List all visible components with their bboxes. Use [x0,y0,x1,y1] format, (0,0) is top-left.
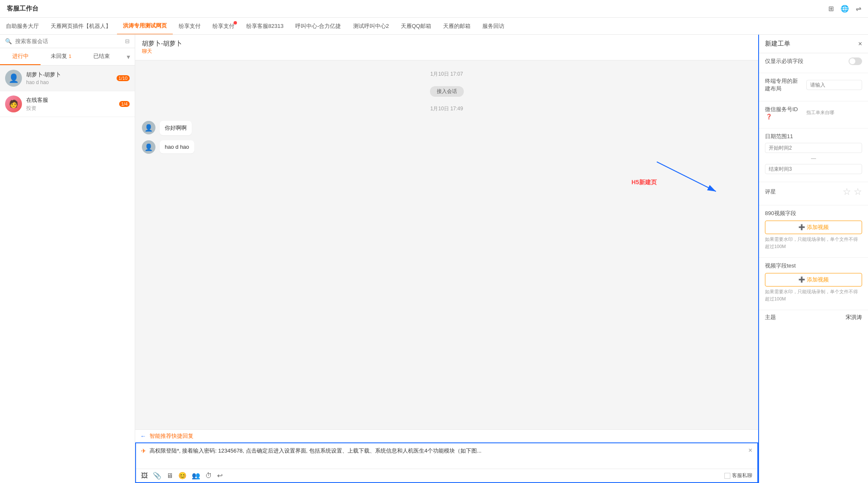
input-close-icon[interactable]: × [748,447,752,454]
conv-info: 胡萝卜-胡萝卜 hao d hao [26,71,112,85]
msg-date: 1月10日 17:49 [142,105,751,112]
screen-icon[interactable]: 🖥 [166,472,173,480]
video-hint-2: 如果需要水印，只能现场录制，单个文件不得超过100M [765,288,862,302]
conv-info: 在线客服 投资 [26,96,115,112]
rating-row: 评星 ☆ ☆ [765,186,862,197]
sidebar: 🔍 ⊟ 进行中 未回复 1 已结束 ▾ 👤 胡萝卜-胡萝卜 hao d hao … [0,35,135,483]
attachment-icon[interactable]: 📎 [153,472,161,480]
msg-system: 接入会话 [142,86,751,97]
right-panel-title: 新建工单 [765,40,790,48]
tab-ongoing[interactable]: 进行中 [0,48,41,65]
image-icon[interactable]: 🖼 [141,472,148,480]
terminal-label: 终端专用的新建布局 [765,77,803,93]
conv-tabs: 进行中 未回复 1 已结束 ▾ [0,48,135,65]
date-range: — [765,143,862,174]
input-text[interactable]: 高权限登陆*, 接着输入密码: 12345678, 点击确定后进入设置界面, 包… [150,447,745,455]
arrow-svg [644,153,729,204]
show-required-row: 仅显示必填字段 [765,57,862,65]
video-section-2: ➕ 添加视频 如果需要水印，只能现场录制，单个文件不得超过100M [765,273,862,302]
video-890-section: 890视频字段 ➕ 添加视频 如果需要水印，只能现场录制，单个文件不得超过100… [759,205,868,258]
chat-title: 胡萝卜-胡萝卜 [142,40,751,48]
filter-icon[interactable]: ⊟ [125,38,130,44]
globe-icon[interactable]: 🌐 [841,5,849,13]
msg-date: 1月10日 17:07 [142,71,751,78]
date-range-label: 日期范围11 [765,133,862,140]
theme-row: 主题 宋洪涛 [759,310,868,325]
tab-survey[interactable]: 服务回访 [476,18,510,35]
date-sep: — [765,156,862,161]
msg-bubble: 你好啊啊 [160,121,192,135]
emoji-icon[interactable]: 😊 [178,472,187,480]
required-toggle[interactable] [849,57,862,65]
private-label: 客服私聊 [724,472,752,479]
date-section: 日期范围11 — [759,128,868,182]
star-2-icon[interactable]: ☆ [854,186,862,197]
top-bar: 客服工作台 ⊞ 🌐 ⇌ [0,0,868,18]
conv-sub: hao d hao [26,79,112,85]
private-checkbox[interactable] [724,473,730,479]
list-item[interactable]: 👤 胡萝卜-胡萝卜 hao d hao 1/10 [0,65,135,91]
avatar: 👤 [142,121,155,134]
msg-row: 👤 hao d hao [142,140,751,154]
conv-name: 在线客服 [26,96,115,104]
chat-toolbar: 🖼 📎 🖥 😊 👥 ⏱ ↩ 客服私聊 [136,469,757,482]
video-section: ➕ 添加视频 如果需要水印，只能现场录制，单个文件不得超过100M [765,221,862,250]
video-hint: 如果需要水印，只能现场录制，单个文件不得超过100M [765,236,862,250]
chat-header: 胡萝卜-胡萝卜 聊天 [135,35,758,60]
grid-icon[interactable]: ⊞ [828,5,834,13]
video-890-label: 890视频字段 [765,210,862,217]
show-required-section: 仅显示必填字段 [759,53,868,73]
chat-area: 胡萝卜-胡萝卜 聊天 1月10日 17:07 接入会话 1月10日 17:49 … [135,35,758,483]
reply-icon[interactable]: ↩ [217,472,223,480]
conv-list: 👤 胡萝卜-胡萝卜 hao d hao 1/10 🧑 在线客服 投资 1/4 [0,65,135,483]
nav-tabs: 自助服务大厅 天雁网页插件【机器人】 洪涛专用测试网页 纷享支付 纷享支付 纷享… [0,18,868,35]
wechat-label: 微信服务号ID ❓ [765,106,803,120]
tab-fxkf[interactable]: 纷享客服82313 [240,18,289,35]
add-video-button[interactable]: ➕ 添加视频 [765,221,862,234]
conv-badge: 1/10 [117,75,130,81]
tab-more[interactable]: ▾ [122,48,135,65]
conv-sub: 投资 [26,105,115,112]
tab-testcall[interactable]: 测试呼叫中心2 [347,18,395,35]
chat-messages: 1月10日 17:07 接入会话 1月10日 17:49 👤 你好啊啊 👤 ha… [135,60,758,429]
send-icon: ✈ [141,448,146,454]
tab-fxzf[interactable]: 纷享支付 [173,18,207,35]
tab-ended[interactable]: 已结束 [82,48,122,65]
tab-callcenter[interactable]: 呼叫中心-合力亿捷 [289,18,347,35]
app-title: 客服工作台 [7,5,828,13]
theme-label: 主题 [765,314,776,321]
msg-bubble: hao d hao [160,140,194,153]
terminal-input[interactable] [806,80,862,90]
right-panel: 新建工单 × 仅显示必填字段 终端专用的新建布局 微信服务号ID ❓ [758,35,868,483]
smart-reply-text: 智能推荐快捷回复 [150,432,193,440]
show-required-label: 仅显示必填字段 [765,57,803,65]
user-icon[interactable]: 👥 [192,472,200,480]
conv-badge: 1/4 [119,101,130,107]
tab-hongtao[interactable]: 洪涛专用测试网页 [117,18,173,35]
date-start-input[interactable] [765,143,862,153]
theme-value: 宋洪涛 [846,314,862,321]
tab-mail[interactable]: 天雁的邮箱 [437,18,476,35]
star-1-icon[interactable]: ☆ [843,186,851,197]
search-input[interactable] [15,38,122,44]
tab-unreplied[interactable]: 未回复 1 [41,48,81,65]
date-end-input[interactable] [765,164,862,174]
wechat-section: 微信服务号ID ❓ 指工单来自哪 [759,101,868,128]
add-video-2-button[interactable]: ➕ 添加视频 [765,273,862,287]
right-panel-close-icon[interactable]: × [858,40,862,48]
switch-icon[interactable]: ⇌ [856,5,861,13]
tab-qqmail[interactable]: 天雁QQ邮箱 [395,18,437,35]
tab-robot[interactable]: 天雁网页插件【机器人】 [45,18,117,35]
tab-self-service[interactable]: 自助服务大厅 [0,18,45,35]
smart-reply-arrow-icon: ← [140,433,146,439]
wechat-hint: 指工单来自哪 [806,109,834,116]
terminal-field-row: 终端专用的新建布局 [765,77,862,93]
video-test-section: 视频字段test ➕ 添加视频 如果需要水印，只能现场录制，单个文件不得超过10… [759,258,868,310]
tab-fxzf2[interactable]: 纷享支付 [207,18,240,35]
system-msg: 接入会话 [430,86,464,97]
list-item[interactable]: 🧑 在线客服 投资 1/4 [0,91,135,117]
clock-icon[interactable]: ⏱ [205,472,212,480]
msg-row: 👤 你好啊啊 [142,121,751,135]
avatar: 🧑 [5,96,22,112]
chat-subtitle: 聊天 [142,48,751,55]
